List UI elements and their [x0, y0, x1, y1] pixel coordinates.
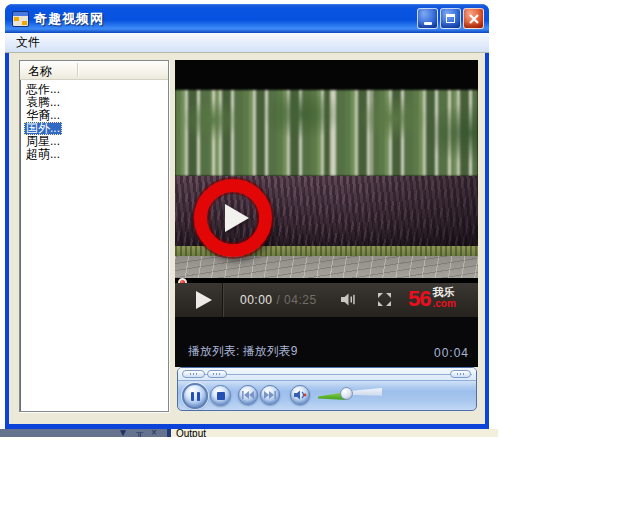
pause-button[interactable] — [182, 383, 208, 409]
next-icon — [264, 391, 276, 399]
site-logo[interactable]: 56 我乐 .com — [408, 286, 456, 312]
maximize-button[interactable] — [440, 8, 461, 29]
playlist-info-bar: 播放列表: 播放列表9 00:04 — [175, 317, 478, 367]
video-listview[interactable]: 名称 恶作... 袁腾... 华裔... 国外... 周星... 超萌... — [19, 60, 169, 412]
panel-titlebar: ▼ ╥ × — [0, 429, 167, 437]
logo-text-column: 我乐 .com — [432, 286, 455, 309]
player-control-bar: 00:00 / 04:25 56 我乐 .com — [175, 283, 478, 317]
menu-bar: 文件 — [5, 33, 489, 53]
volume-slider[interactable] — [318, 386, 388, 404]
app-icon — [12, 11, 29, 27]
output-tab-label: Output — [176, 429, 206, 437]
mute-icon — [294, 390, 307, 400]
playlist-time: 00:04 — [434, 346, 469, 360]
minimize-button[interactable] — [417, 8, 438, 29]
stop-icon — [217, 392, 225, 400]
stop-button[interactable] — [210, 385, 231, 406]
mute-button[interactable] — [290, 385, 310, 405]
previous-icon — [242, 391, 254, 399]
close-icon — [469, 14, 479, 24]
seek-end-cap[interactable] — [450, 370, 471, 378]
big-play-button[interactable] — [194, 179, 272, 257]
pin-icon[interactable]: ╥ — [136, 429, 143, 437]
screenshot-canvas: 奇趣视频网 文件 名称 恶作... 袁腾... 华裔... 国外... 周星..… — [0, 0, 640, 512]
scene-pavement — [175, 256, 478, 278]
play-button[interactable] — [196, 291, 212, 309]
next-button[interactable] — [260, 385, 280, 405]
scene-trees — [175, 90, 478, 176]
media-control-bar — [177, 367, 477, 411]
play-icon — [225, 204, 249, 232]
volume-knob[interactable] — [340, 387, 353, 400]
column-divider[interactable] — [77, 63, 78, 77]
pause-icon — [191, 392, 200, 401]
dropdown-icon[interactable]: ▼ — [118, 429, 128, 437]
panel-tab-area: Output — [171, 429, 498, 437]
video-player: 00:00 / 04:25 56 我乐 .com — [175, 60, 478, 367]
seek-thumb[interactable] — [182, 370, 205, 378]
close-button[interactable] — [463, 8, 484, 29]
list-header-label: 名称 — [20, 64, 52, 78]
time-current: 00:00 — [240, 293, 273, 307]
background-panel-strip: ▼ ╥ × Output — [0, 429, 640, 437]
caption-buttons — [417, 8, 484, 29]
logo-tld: .com — [432, 298, 455, 309]
letterbox-top — [175, 60, 478, 90]
playlist-label: 播放列表: 播放列表9 — [188, 343, 297, 360]
logo-slogan: 我乐 — [432, 286, 455, 298]
menu-item-file[interactable]: 文件 — [5, 34, 48, 51]
window-title: 奇趣视频网 — [34, 10, 104, 28]
titlebar[interactable]: 奇趣视频网 — [5, 4, 489, 33]
panel-buttons: ▼ ╥ × — [118, 429, 157, 437]
list-header[interactable]: 名称 — [20, 61, 168, 80]
list-item-label: 超萌... — [24, 148, 62, 161]
close-panel-icon[interactable]: × — [151, 429, 157, 437]
minimize-icon — [424, 22, 432, 25]
volume-button[interactable] — [341, 293, 356, 306]
wmp-seek-bar[interactable] — [178, 368, 476, 381]
fullscreen-button[interactable] — [378, 293, 391, 306]
time-total: 04:25 — [284, 293, 317, 307]
maximize-icon — [446, 14, 455, 23]
previous-button[interactable] — [238, 385, 258, 405]
logo-number: 56 — [408, 286, 430, 312]
time-separator: / — [276, 293, 280, 307]
divider — [222, 283, 223, 317]
list-rows: 恶作... 袁腾... 华裔... 国外... 周星... 超萌... — [20, 80, 168, 161]
list-item[interactable]: 超萌... — [20, 148, 168, 161]
fullscreen-icon — [378, 293, 391, 306]
volume-icon — [341, 293, 356, 306]
seek-thumb-secondary[interactable] — [207, 370, 227, 378]
time-display: 00:00 / 04:25 — [240, 293, 317, 307]
